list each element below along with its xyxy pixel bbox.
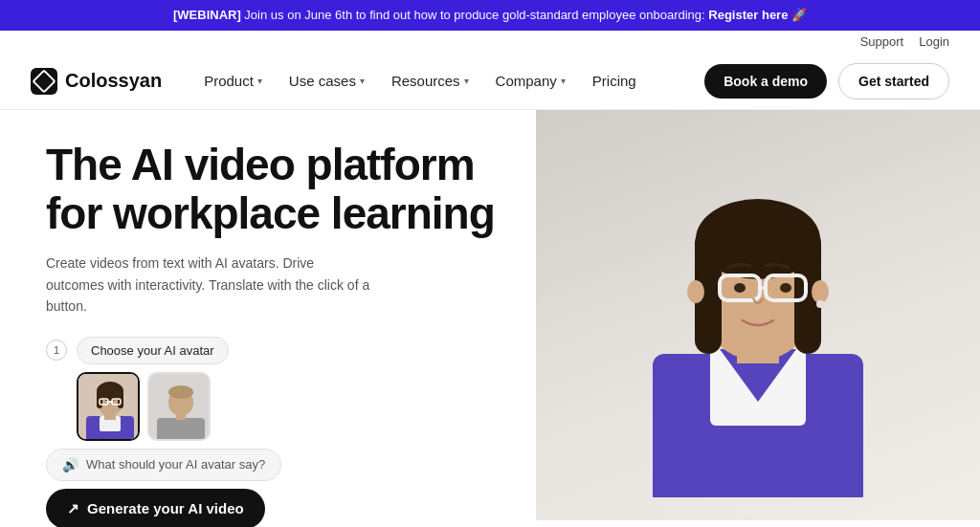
chevron-down-icon: ▾	[561, 76, 566, 86]
demo-widget: 1 Choose your AI avatar	[46, 337, 371, 527]
login-link[interactable]: Login	[919, 34, 949, 49]
chevron-down-icon: ▾	[360, 76, 365, 86]
main-nav: Colossyan Product ▾ Use cases ▾ Resource…	[0, 53, 980, 110]
logo-icon	[31, 68, 57, 95]
nav-item-resources[interactable]: Resources ▾	[380, 65, 480, 97]
book-demo-button[interactable]: Book a demo	[704, 64, 827, 99]
nav-usecases-label: Use cases	[289, 73, 356, 89]
avatar-thumbs	[77, 372, 371, 441]
hero-title-line2: for workplace learning	[46, 188, 495, 238]
hero-right	[536, 110, 980, 520]
avatar-say-pill[interactable]: 🔊 What should your AI avatar say?	[46, 449, 281, 481]
svg-point-27	[734, 283, 746, 293]
secondary-nav: Support Login	[0, 31, 980, 53]
hero-title-line1: The AI video platform	[46, 140, 475, 189]
external-link-icon: ↗	[67, 500, 79, 517]
promo-banner: [WEBINAR] Join us on June 6th to find ou…	[0, 0, 980, 31]
hero-subtitle: Create videos from text with AI avatars.…	[46, 253, 371, 317]
svg-point-31	[816, 300, 824, 308]
avatar-thumb-male[interactable]	[147, 372, 211, 441]
nav-company-label: Company	[496, 73, 557, 89]
chevron-down-icon: ▾	[257, 76, 262, 86]
nav-product-label: Product	[204, 73, 254, 89]
hero-avatar-illustration	[595, 134, 921, 497]
banner-prefix: [WEBINAR]	[173, 8, 241, 22]
svg-rect-12	[157, 418, 205, 441]
nav-pricing-label: Pricing	[592, 73, 636, 89]
avatar-female-image	[78, 374, 140, 441]
chevron-down-icon: ▾	[464, 76, 469, 86]
step-number-1: 1	[46, 340, 67, 361]
support-link[interactable]: Support	[860, 34, 904, 49]
step1-row: 1 Choose your AI avatar	[46, 337, 371, 364]
nav-item-company[interactable]: Company ▾	[484, 65, 577, 97]
generate-label: Generate your AI video	[87, 500, 244, 516]
svg-point-29	[687, 280, 704, 303]
nav-item-usecases[interactable]: Use cases ▾	[278, 65, 376, 97]
svg-point-30	[812, 280, 829, 303]
generate-video-button[interactable]: ↗ Generate your AI video	[46, 489, 265, 527]
get-started-button[interactable]: Get started	[838, 63, 949, 99]
logo-text: Colossyan	[65, 70, 162, 92]
step2-label: What should your AI avatar say?	[86, 457, 265, 472]
nav-ctas: Book a demo Get started	[704, 63, 949, 99]
nav-links: Product ▾ Use cases ▾ Resources ▾ Compan…	[192, 65, 704, 97]
avatar-male-image	[149, 374, 211, 441]
mic-icon: 🔊	[62, 457, 78, 472]
hero-section: The AI video platform for workplace lear…	[0, 110, 980, 520]
banner-link[interactable]: Register here 🚀	[708, 8, 807, 22]
nav-item-product[interactable]: Product ▾	[192, 65, 274, 97]
banner-text: Join us on June 6th to find out how to p…	[244, 8, 708, 22]
svg-point-15	[168, 385, 193, 399]
nav-item-pricing[interactable]: Pricing	[581, 65, 648, 97]
choose-avatar-pill[interactable]: Choose your AI avatar	[77, 337, 229, 364]
avatar-thumb-female[interactable]	[77, 372, 140, 441]
nav-resources-label: Resources	[391, 73, 460, 89]
hero-left: The AI video platform for workplace lear…	[0, 110, 536, 520]
hero-title: The AI video platform for workplace lear…	[46, 141, 536, 237]
svg-point-28	[780, 283, 791, 293]
logo[interactable]: Colossyan	[31, 68, 162, 95]
